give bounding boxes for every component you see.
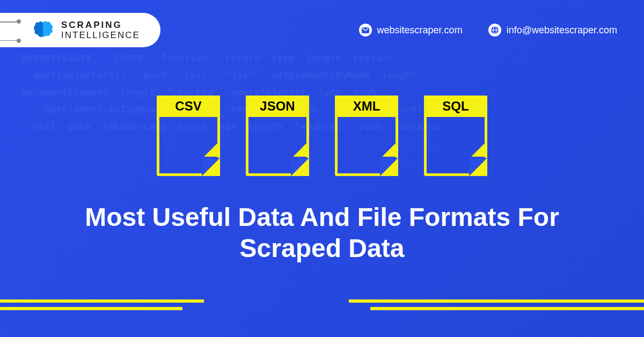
file-format-row: CSV JSON XML SQL — [0, 96, 644, 176]
globe-icon — [488, 24, 501, 36]
file-csv-icon: CSV — [157, 96, 220, 176]
logo-badge: SCRAPING INTELLIGENCE — [0, 13, 160, 47]
brand-text: SCRAPING INTELLIGENCE — [61, 20, 140, 40]
file-sql-icon: SQL — [424, 96, 487, 176]
headline: Most Useful Data And File Formats For Sc… — [0, 202, 644, 263]
website-link[interactable]: websitescraper.com — [359, 24, 463, 36]
website-text: websitescraper.com — [377, 25, 463, 36]
file-label: CSV — [157, 96, 220, 117]
brand-icon — [32, 20, 55, 40]
file-label: JSON — [246, 96, 309, 117]
brand-line1: SCRAPING — [61, 20, 140, 30]
connector-decoration — [0, 19, 24, 43]
header: SCRAPING INTELLIGENCE websitescraper.com… — [0, 0, 644, 47]
contact-bar: websitescraper.com info@websitescraper.c… — [359, 24, 617, 36]
email-icon — [359, 24, 372, 36]
file-json-icon: JSON — [246, 96, 309, 176]
email-text: info@websitescraper.com — [507, 25, 617, 36]
file-label: XML — [335, 96, 398, 117]
file-label: SQL — [424, 96, 487, 117]
brand-line2: INTELLIGENCE — [61, 31, 140, 40]
email-link[interactable]: info@websitescraper.com — [488, 24, 617, 36]
file-xml-icon: XML — [335, 96, 398, 176]
